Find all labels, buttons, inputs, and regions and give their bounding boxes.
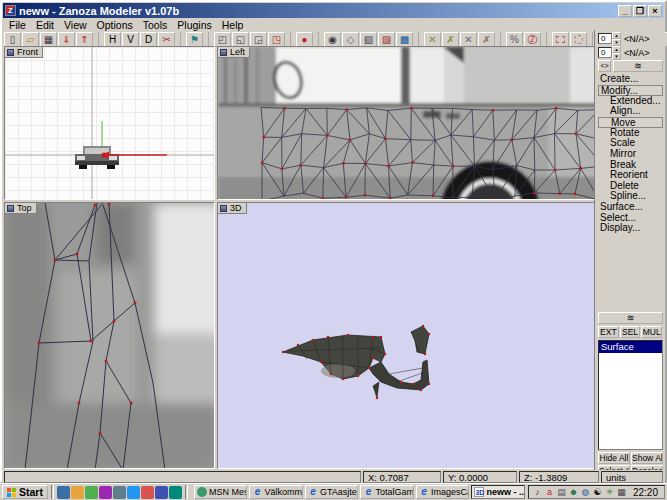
view-solid-icon[interactable]: ◱ — [232, 32, 249, 47]
quicklaunch-explorer-icon[interactable] — [169, 486, 182, 499]
render-sphere-icon[interactable]: ● — [296, 32, 313, 47]
menu-edit[interactable]: Edit — [31, 19, 59, 31]
bones-2-icon[interactable]: ✗ — [442, 32, 459, 47]
printer-icon[interactable]: ▤ — [556, 487, 567, 498]
select-circle-icon[interactable] — [570, 32, 587, 47]
app-icon: Z — [5, 5, 16, 16]
menu-view[interactable]: View — [59, 19, 92, 31]
spinner-input[interactable]: 0 — [598, 47, 612, 58]
command-mirror[interactable]: Mirror — [598, 149, 663, 160]
network-icon[interactable]: ▦ — [616, 487, 627, 498]
save-file-icon[interactable]: ▦ — [40, 32, 57, 47]
task-totalgame[interactable]: eTotalGame... — [360, 485, 414, 499]
volume-icon[interactable]: ♪ — [532, 487, 543, 498]
mode-button-ext[interactable]: EXT — [598, 326, 619, 338]
export-icon[interactable]: ⇑ — [76, 32, 93, 47]
maximize-button[interactable]: ❐ — [633, 5, 647, 17]
new-file-icon[interactable]: ▯ — [4, 32, 21, 47]
percent-icon[interactable]: % — [506, 32, 523, 47]
pan-tool-icon: ◇ — [347, 35, 355, 45]
mode-button-sel[interactable]: SEL — [620, 326, 641, 338]
minimize-button[interactable]: _ — [618, 5, 632, 17]
hideall-button[interactable]: Hide All — [598, 452, 630, 464]
task-vlkomme[interactable]: eVälkomme... — [249, 485, 303, 499]
view-off-icon[interactable]: ◳ — [268, 32, 285, 47]
open-file-icon[interactable]: ▱ — [22, 32, 39, 47]
surface-list-item[interactable]: Surface — [599, 341, 662, 353]
viewport-3d[interactable]: 3D — [217, 202, 597, 469]
expand-button[interactable]: <> — [598, 60, 611, 72]
task-neww[interactable]: 3Dneww - ... — [471, 485, 525, 499]
collapse-wave-button[interactable]: ≋ — [598, 312, 663, 324]
spline-wave-button[interactable]: ≋ — [613, 60, 663, 72]
spinner-arrows[interactable]: ▴▾ — [612, 46, 621, 60]
title-bar[interactable]: Z neww - Zanoza Modeler v1.07b _ ❐ × — [3, 3, 664, 18]
menu-tools[interactable]: Tools — [138, 19, 173, 31]
menu-plugins[interactable]: Plugins — [172, 19, 216, 31]
menu-bar: FileEditViewOptionsToolsPluginsHelp — [4, 19, 663, 31]
cut-icon[interactable]: ✂ — [158, 32, 175, 47]
messenger-icon[interactable]: ☻ — [568, 487, 579, 498]
command-align[interactable]: Align... — [598, 106, 663, 117]
toggle-d-button[interactable]: D — [140, 32, 157, 47]
showall-button[interactable]: Show All — [631, 452, 663, 464]
panda-icon[interactable]: ☯ — [592, 487, 603, 498]
zoom-tool-icon[interactable]: ◉ — [324, 32, 341, 47]
background-image-icon[interactable]: ▩ — [396, 32, 413, 47]
command-modify[interactable]: Modify... — [598, 85, 663, 96]
bones-3-icon[interactable]: ✕ — [460, 32, 477, 47]
pan-tool-icon[interactable]: ◇ — [342, 32, 359, 47]
bones-1-icon[interactable]: ✕ — [424, 32, 441, 47]
command-surface[interactable]: Surface... — [598, 202, 663, 213]
select-rect-icon[interactable] — [552, 32, 569, 47]
menu-options[interactable]: Options — [92, 19, 138, 31]
globe-icon[interactable]: ◍ — [580, 487, 591, 498]
bones-4-icon[interactable]: ✗ — [478, 32, 495, 47]
viewport-left[interactable]: Left — [217, 46, 597, 200]
export-icon: ⇑ — [80, 35, 88, 45]
viewport-caption-top[interactable]: Top — [5, 203, 37, 214]
quicklaunch-package-icon[interactable] — [99, 486, 112, 499]
zmodeler-window: Z neww - Zanoza Modeler v1.07b _ ❐ × Fil… — [0, 0, 667, 483]
viewport-caption-left[interactable]: Left — [218, 47, 250, 58]
command-create[interactable]: Create... — [598, 74, 663, 85]
object-select-icon[interactable]: ▨ — [378, 32, 395, 47]
flag-icon[interactable]: ⚑ — [186, 32, 203, 47]
zm-task-icon: 3D — [474, 487, 484, 497]
view-wire-icon[interactable]: ◰ — [214, 32, 231, 47]
quicklaunch-browser-icon[interactable] — [127, 486, 140, 499]
spinner-input[interactable]: 0 — [598, 33, 612, 44]
quicklaunch-desktop-icon[interactable] — [57, 486, 70, 499]
viewport-top[interactable]: Top — [4, 202, 215, 469]
task-imagescar[interactable]: eImagesCar... — [416, 485, 470, 499]
surface-listbox[interactable]: Surface — [598, 340, 663, 450]
media-player-icon[interactable]: a — [544, 487, 555, 498]
menu-help[interactable]: Help — [217, 19, 249, 31]
toggle-v-button[interactable]: V — [122, 32, 139, 47]
close-button[interactable]: × — [648, 5, 662, 17]
car-side-photo — [218, 47, 597, 200]
viewport-caption-3d[interactable]: 3D — [218, 203, 247, 214]
viewport-caption-front[interactable]: Front — [5, 47, 43, 58]
viewport-label: 3D — [230, 203, 242, 213]
quicklaunch-media-player-icon[interactable] — [71, 486, 84, 499]
quicklaunch-notes-icon[interactable] — [113, 486, 126, 499]
viewport-front[interactable]: Front — [4, 46, 215, 200]
view-textured-icon[interactable]: ◲ — [250, 32, 267, 47]
task-gtaasjten[interactable]: eGTAasjten... — [305, 485, 359, 499]
task-msnmess[interactable]: MSN Mess... — [194, 485, 248, 499]
menu-file[interactable]: File — [4, 19, 31, 31]
quicklaunch-game-icon[interactable] — [141, 486, 154, 499]
object-mode-icon[interactable]: ▧ — [360, 32, 377, 47]
spinner-arrows[interactable]: ▴▾ — [612, 32, 621, 46]
mode-button-mul[interactable]: MUL — [641, 326, 662, 338]
toggle-h-button[interactable]: H — [104, 32, 121, 47]
command-display[interactable]: Display... — [598, 223, 663, 234]
quicklaunch-messenger-icon[interactable] — [155, 486, 168, 499]
utility-icon[interactable]: ✳ — [604, 487, 615, 498]
z-disabled-icon[interactable]: Ⓩ — [524, 32, 541, 47]
import-icon[interactable]: ⇓ — [58, 32, 75, 47]
quicklaunch-editor-icon[interactable] — [85, 486, 98, 499]
start-button[interactable]: Start — [2, 485, 48, 499]
na-label: <N/A> — [624, 48, 650, 58]
